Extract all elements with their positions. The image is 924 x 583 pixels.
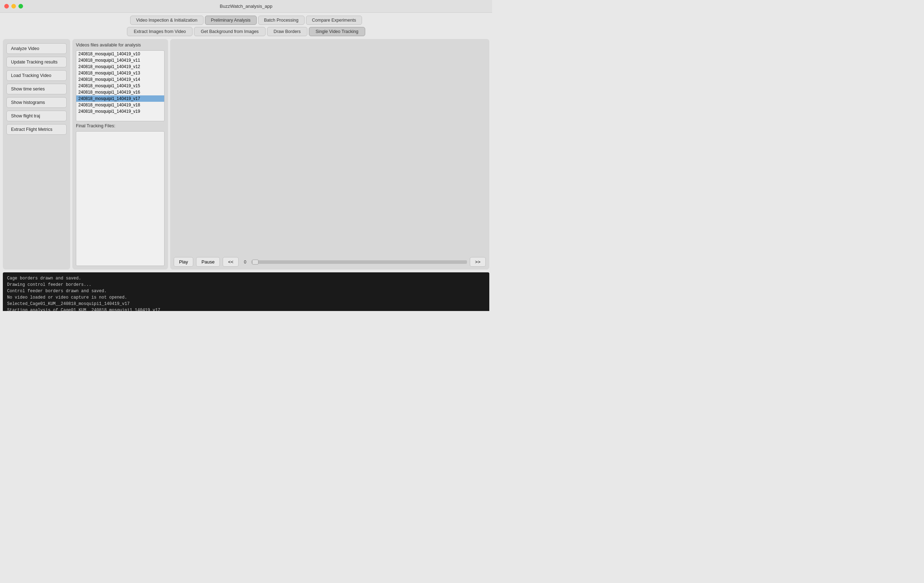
left-panel: Analyze Video Update Tracking results Lo… bbox=[3, 39, 70, 269]
list-item[interactable]: 240818_mosquipi1_140419_v15 bbox=[76, 83, 164, 89]
tab-preliminary-analysis[interactable]: Preliminary Analysis bbox=[205, 16, 257, 25]
list-item[interactable]: 240818_mosquipi1_140419_v19 bbox=[76, 108, 164, 114]
video-controls: Play Pause << 0 >> bbox=[170, 254, 489, 269]
main-tabs: Video Inspection & Initialization Prelim… bbox=[0, 13, 492, 25]
list-item[interactable]: 240818_mosquipi1_140419_v11 bbox=[76, 57, 164, 63]
list-item[interactable]: 240818_mosquipi1_140419_v18 bbox=[76, 102, 164, 108]
prev-frame-button[interactable]: << bbox=[223, 257, 239, 267]
sub-tabs: Extract Images from Video Get Background… bbox=[0, 25, 492, 36]
show-histograms-button[interactable]: Show histograms bbox=[7, 97, 67, 108]
console-line: Drawing control feeder borders... bbox=[7, 282, 485, 288]
list-item[interactable]: 240818_mosquipi1_140419_v14 bbox=[76, 76, 164, 83]
next-frame-button[interactable]: >> bbox=[470, 257, 486, 267]
console-output: Cage borders drawn and saved. Drawing co… bbox=[3, 273, 489, 311]
console-line: Cage borders drawn and saved. bbox=[7, 275, 485, 282]
list-item[interactable]: 240818_mosquipi1_140419_v16 bbox=[76, 89, 164, 96]
update-tracking-button[interactable]: Update Tracking results bbox=[7, 57, 67, 68]
list-item[interactable]: 240818_mosquipi1_140419_v13 bbox=[76, 70, 164, 76]
tracking-files-list[interactable] bbox=[76, 131, 165, 266]
console-line: No video loaded or video capture is not … bbox=[7, 294, 485, 301]
subtab-extract-images[interactable]: Extract Images from Video bbox=[127, 27, 193, 36]
subtab-single-video-tracking[interactable]: Single Video Tracking bbox=[309, 27, 365, 36]
console-line: Selected_Cage01_KUM__240818_mosquipi1_14… bbox=[7, 301, 485, 307]
list-item[interactable]: 240818_mosquipi1_140419_v12 bbox=[76, 63, 164, 70]
show-time-series-button[interactable]: Show time series bbox=[7, 84, 67, 94]
tab-compare-experiments[interactable]: Compare Experiments bbox=[306, 16, 362, 25]
video-file-list[interactable]: 240818_mosquipi1_140419_v10 240818_mosqu… bbox=[76, 50, 165, 121]
video-display bbox=[170, 39, 489, 254]
maximize-button[interactable] bbox=[18, 4, 23, 8]
window-controls[interactable] bbox=[4, 4, 23, 8]
extract-flight-metrics-button[interactable]: Extract Flight Metrics bbox=[7, 124, 67, 135]
subtab-get-background[interactable]: Get Background from Images bbox=[194, 27, 265, 36]
slider-track[interactable] bbox=[251, 260, 467, 264]
play-button[interactable]: Play bbox=[174, 257, 193, 267]
list-item-selected[interactable]: 240818_mosquipi1_140419_v17 bbox=[76, 96, 164, 102]
right-panel: Play Pause << 0 >> bbox=[170, 39, 489, 269]
tab-batch-processing[interactable]: Batch Processing bbox=[258, 16, 305, 25]
minimize-button[interactable] bbox=[12, 4, 16, 8]
console-line: Control feeder borders drawn and saved. bbox=[7, 288, 485, 294]
close-button[interactable] bbox=[4, 4, 9, 8]
load-tracking-button[interactable]: Load Tracking Video bbox=[7, 70, 67, 81]
list-item[interactable]: 240818_mosquipi1_140419_v10 bbox=[76, 51, 164, 57]
pause-button[interactable]: Pause bbox=[196, 257, 220, 267]
titlebar: BuzzWatch_analysis_app bbox=[0, 0, 492, 13]
analyze-video-button[interactable]: Analyze Video bbox=[7, 43, 67, 54]
console-line: Starting analysis of Cage01_KUM__240818_… bbox=[7, 307, 485, 311]
middle-panel: Videos files available for analysis 2408… bbox=[73, 39, 168, 269]
show-flight-traj-button[interactable]: Show flight traj bbox=[7, 111, 67, 121]
subtab-draw-borders[interactable]: Draw Borders bbox=[267, 27, 307, 36]
frame-slider[interactable] bbox=[251, 260, 467, 264]
slider-thumb[interactable] bbox=[252, 259, 259, 264]
frame-number: 0 bbox=[241, 259, 249, 264]
app-title: BuzzWatch_analysis_app bbox=[220, 3, 272, 9]
files-label: Videos files available for analysis bbox=[76, 43, 165, 48]
tab-video-inspection[interactable]: Video Inspection & Initialization bbox=[130, 16, 203, 25]
content-area: Analyze Video Update Tracking results Lo… bbox=[3, 39, 489, 269]
tracking-files-label: Final Tracking Files: bbox=[76, 124, 165, 128]
